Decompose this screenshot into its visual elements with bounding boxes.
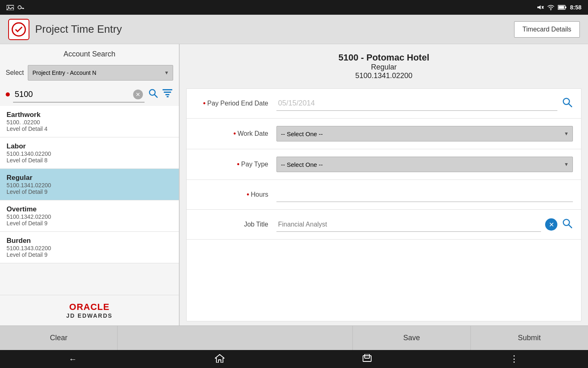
svg-marker-25 bbox=[215, 355, 224, 363]
svg-rect-19 bbox=[165, 94, 169, 95]
filter-icon-button[interactable] bbox=[162, 88, 173, 101]
more-options-button[interactable]: ⋮ bbox=[501, 350, 528, 368]
item-code: 5100.1340.02200 bbox=[7, 150, 172, 157]
search-input[interactable] bbox=[13, 86, 145, 103]
pay-type-select[interactable]: -- Select One -- bbox=[276, 157, 573, 172]
entry-type-select[interactable]: Project Entry - Account N bbox=[28, 65, 173, 81]
app-header: Project Time Entry Timecard Details bbox=[0, 15, 588, 44]
svg-point-1 bbox=[8, 7, 9, 8]
work-date-row: • Work Date -- Select One -- bbox=[187, 119, 581, 149]
account-search-title: Account Search bbox=[0, 44, 179, 63]
work-date-input-area: -- Select One -- bbox=[276, 126, 573, 141]
svg-line-24 bbox=[569, 225, 572, 228]
pay-period-row: • Pay Period End Date bbox=[187, 89, 581, 119]
timecard-details-button[interactable]: Timecard Details bbox=[514, 21, 580, 38]
oracle-sub-text: JD EDWARDS bbox=[7, 312, 172, 319]
svg-rect-27 bbox=[365, 354, 370, 358]
submit-button[interactable]: Submit bbox=[471, 326, 588, 350]
work-date-select-wrapper[interactable]: -- Select One -- bbox=[276, 126, 573, 141]
wifi-icon bbox=[547, 4, 555, 10]
oracle-footer: ORACLE JD EDWARDS bbox=[0, 295, 179, 325]
clear-button[interactable]: Clear bbox=[0, 326, 118, 350]
svg-rect-11 bbox=[558, 6, 564, 9]
item-code: 5100.1343.02200 bbox=[7, 245, 172, 251]
home-button[interactable] bbox=[206, 350, 233, 368]
item-name: Burden bbox=[7, 237, 172, 245]
svg-rect-17 bbox=[163, 89, 172, 90]
item-code: 5100.1342.02200 bbox=[7, 213, 172, 220]
search-icon-button[interactable] bbox=[148, 88, 158, 101]
job-title-clear-button[interactable]: ✕ bbox=[545, 218, 557, 231]
list-item[interactable]: Labor 5100.1340.02200 Level of Detail 8 bbox=[0, 137, 179, 169]
app-header-left: Project Time Entry bbox=[8, 19, 122, 40]
left-panel: Account Search Select Project Entry - Ac… bbox=[0, 44, 180, 325]
key-icon bbox=[17, 4, 24, 10]
app-title: Project Time Entry bbox=[35, 23, 122, 36]
svg-line-16 bbox=[154, 94, 157, 97]
required-dot: • bbox=[233, 130, 236, 138]
pay-type-select-wrapper[interactable]: -- Select One -- bbox=[276, 157, 573, 172]
hours-input-area bbox=[276, 187, 573, 202]
pay-period-label: • Pay Period End Date bbox=[195, 99, 276, 108]
status-time: 8:58 bbox=[570, 4, 581, 11]
action-spacer bbox=[118, 326, 353, 350]
svg-rect-20 bbox=[167, 96, 169, 97]
back-button[interactable]: ← bbox=[60, 351, 85, 367]
entry-type-select-wrapper[interactable]: Project Entry - Account N bbox=[28, 65, 173, 81]
mute-icon bbox=[537, 4, 544, 10]
pay-period-search-button[interactable] bbox=[561, 96, 573, 110]
pay-type-row: • Pay Type -- Select One -- bbox=[187, 149, 581, 180]
svg-line-22 bbox=[569, 104, 572, 107]
work-date-label: • Work Date bbox=[195, 130, 276, 138]
oracle-app-logo bbox=[8, 19, 29, 40]
hours-input[interactable] bbox=[276, 187, 573, 202]
work-date-select[interactable]: -- Select One -- bbox=[276, 126, 573, 141]
item-detail: Level of Detail 8 bbox=[7, 157, 172, 164]
svg-marker-6 bbox=[537, 5, 541, 9]
pay-type-input-area: -- Select One -- bbox=[276, 157, 573, 172]
item-detail: Level of Detail 4 bbox=[7, 126, 172, 132]
save-button[interactable]: Save bbox=[353, 326, 470, 350]
required-indicator bbox=[6, 92, 10, 96]
main-content: Account Search Select Project Entry - Ac… bbox=[0, 44, 588, 325]
clear-search-button[interactable]: ✕ bbox=[133, 90, 143, 99]
svg-point-2 bbox=[18, 6, 21, 9]
right-header: 5100 - Potomac Hotel Regular 5100.1341.0… bbox=[180, 44, 588, 84]
select-row: Select Project Entry - Account N bbox=[0, 63, 179, 83]
item-name: Regular bbox=[7, 174, 172, 182]
right-header-code: 5100.1341.02200 bbox=[180, 72, 588, 80]
right-header-sub: Regular bbox=[180, 63, 588, 72]
pay-period-input[interactable] bbox=[276, 96, 557, 111]
list-item[interactable]: Earthwork 5100. .02200 Level of Detail 4 bbox=[0, 106, 179, 137]
job-title-search-button[interactable] bbox=[561, 218, 573, 231]
item-detail: Level of Detail 9 bbox=[7, 251, 172, 258]
pay-type-label: • Pay Type bbox=[195, 160, 276, 169]
item-detail: Level of Detail 9 bbox=[7, 188, 172, 195]
job-title-label: Job Title bbox=[195, 221, 276, 228]
item-name: Earthwork bbox=[7, 111, 172, 119]
item-code: 5100.1341.02200 bbox=[7, 182, 172, 188]
item-detail: Level of Detail 9 bbox=[7, 220, 172, 227]
search-input-wrapper: ✕ bbox=[13, 86, 145, 103]
select-label: Select bbox=[6, 69, 24, 76]
status-bar-left bbox=[7, 4, 24, 10]
job-title-input[interactable] bbox=[276, 217, 541, 232]
hours-row: • Hours bbox=[187, 180, 581, 210]
svg-rect-12 bbox=[565, 7, 566, 8]
recent-apps-button[interactable] bbox=[354, 351, 380, 368]
list-item-selected[interactable]: Regular 5100.1341.02200 Level of Detail … bbox=[0, 169, 179, 200]
right-header-title: 5100 - Potomac Hotel bbox=[180, 52, 588, 63]
action-bar: Clear Save Submit bbox=[0, 325, 588, 350]
search-input-row: ✕ bbox=[0, 83, 179, 106]
svg-rect-26 bbox=[363, 356, 371, 361]
account-list: Earthwork 5100. .02200 Level of Detail 4… bbox=[0, 106, 179, 295]
required-dot: • bbox=[203, 99, 205, 108]
status-bar: 8:58 bbox=[0, 0, 588, 15]
list-item[interactable]: Overtime 5100.1342.02200 Level of Detail… bbox=[0, 200, 179, 232]
required-dot: • bbox=[237, 160, 239, 169]
hours-label: • Hours bbox=[195, 191, 276, 199]
required-dot: • bbox=[247, 191, 249, 199]
image-icon bbox=[7, 4, 14, 10]
item-code: 5100. .02200 bbox=[7, 119, 172, 126]
list-item[interactable]: Burden 5100.1343.02200 Level of Detail 9 bbox=[0, 232, 179, 263]
